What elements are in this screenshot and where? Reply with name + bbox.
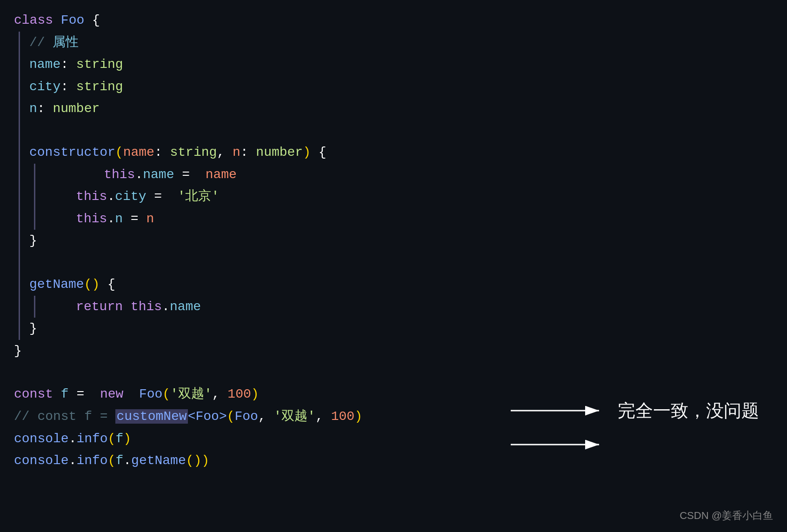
- constructor-body: this.name = name this.city = '北京' this.n…: [34, 164, 773, 230]
- annotation-row-2: [506, 432, 759, 458]
- code-line-4: city: string: [29, 76, 773, 98]
- arrow-1-icon: [506, 398, 608, 424]
- watermark: CSDN @姜香小白鱼: [680, 509, 773, 523]
- code-line-3: name: string: [29, 53, 773, 76]
- code-line-6: constructor(name: string, n: number) {: [29, 141, 773, 164]
- code-line-12: return this.name: [45, 296, 773, 318]
- code-line-5: n: number: [29, 98, 773, 120]
- getname-body: return this.name: [34, 296, 773, 318]
- code-line-8: this.city = '北京': [45, 186, 773, 208]
- arrow-2-icon: [506, 432, 608, 458]
- blank-2: [29, 252, 773, 273]
- class-body: // 属性 name: string city: string n: numbe…: [19, 32, 773, 340]
- code-line-14: }: [14, 340, 773, 362]
- code-line-1: class Foo {: [14, 9, 773, 32]
- blank-3: [14, 362, 773, 383]
- watermark-text: CSDN @姜香小白鱼: [680, 510, 773, 521]
- code-line-2: // 属性: [29, 32, 773, 54]
- code-container: class Foo { // 属性 name: string city: str…: [0, 0, 787, 532]
- annotation-row-1: 完全一致，没问题: [506, 398, 759, 424]
- blank-1: [29, 120, 773, 141]
- annotation-group: 完全一致，没问题: [506, 398, 759, 458]
- annotation-text-1: 完全一致，没问题: [618, 399, 759, 423]
- code-line-9: this.n = n: [45, 208, 773, 230]
- code-line-10: }: [29, 230, 773, 252]
- code-line-11: getName() {: [29, 273, 773, 296]
- code-line-7: this.name = name: [45, 164, 773, 186]
- code-line-13: }: [29, 318, 773, 340]
